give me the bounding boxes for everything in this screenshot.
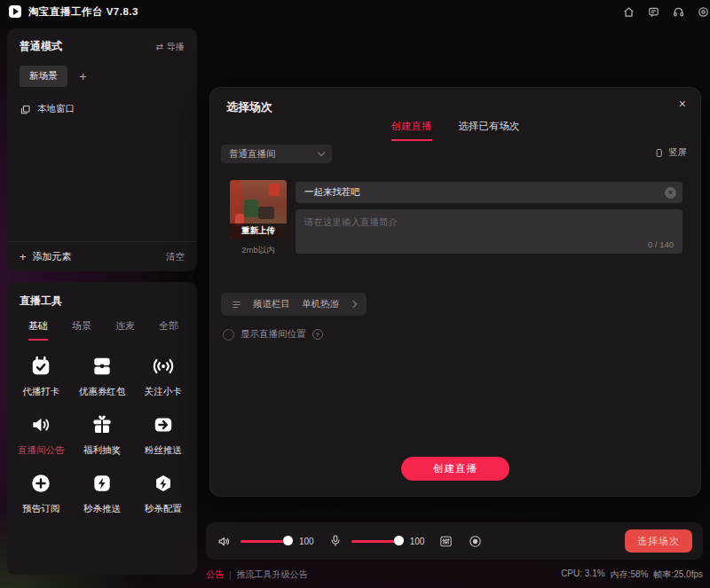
announcement-tag: 公告	[206, 568, 224, 581]
app-logo-icon	[9, 5, 21, 18]
location-checkbox[interactable]	[223, 329, 234, 341]
message-icon[interactable]	[647, 5, 660, 19]
memory-stat: 内存:58%	[611, 568, 649, 581]
live-tools-panel: 直播工具 基础 场景 连麦 全部 代播打卡 优惠券红包 关注小卡	[7, 282, 197, 575]
upload-size-hint: 2mb以内	[230, 245, 287, 256]
category-list-icon	[232, 300, 241, 310]
cpu-stat: CPU: 3.1%	[561, 568, 604, 581]
headset-icon[interactable]	[672, 5, 685, 19]
tool-item-checkin[interactable]: 代播打卡	[11, 355, 72, 398]
volume-slider-knob[interactable]	[283, 536, 293, 545]
clear-button[interactable]: 清空	[166, 251, 185, 263]
reupload-button[interactable]: 重新上传	[230, 223, 287, 239]
mic-slider[interactable]	[351, 540, 401, 543]
add-element-button[interactable]: + 添加元素	[20, 250, 72, 263]
tool-item-follow-card[interactable]: 关注小卡	[132, 355, 193, 398]
category-value: 单机热游	[302, 298, 339, 310]
mixer-icon[interactable]	[438, 534, 454, 549]
add-scene-button[interactable]: +	[80, 70, 87, 82]
tab-connect[interactable]: 连麦	[115, 319, 135, 341]
status-bar: 公告 | 推流工具升级公告 CPU: 3.1% 内存:58% 帧率:25.0fp…	[206, 566, 703, 584]
portrait-screen-icon	[654, 148, 664, 158]
broadcast-icon	[152, 355, 175, 378]
tool-item-lottery[interactable]: 福利抽奖	[72, 413, 133, 457]
live-title-input[interactable]	[296, 182, 682, 203]
tab-all[interactable]: 全部	[159, 319, 178, 341]
close-icon[interactable]: ×	[679, 98, 686, 110]
director-mode-button[interactable]: ⇄ 导播	[156, 41, 185, 53]
select-session-modal: 选择场次 × 创建直播 选择已有场次 普通直播间 竖屏 重新上传 2mb以内 ×…	[209, 87, 701, 497]
window-icon	[20, 104, 31, 115]
cover-upload[interactable]: 重新上传 2mb以内	[230, 180, 287, 256]
record-settings-icon[interactable]	[468, 534, 483, 549]
speaker-icon[interactable]	[217, 534, 232, 549]
tool-item-flash-config[interactable]: 秒杀配置	[132, 472, 193, 515]
tools-tabs: 基础 场景 连麦 全部	[7, 318, 197, 341]
volume-value: 100	[299, 537, 314, 546]
fps-stat: 帧率:25.0fps	[653, 568, 703, 581]
cover-image[interactable]: 重新上传	[230, 180, 287, 239]
live-description-textarea[interactable]	[296, 209, 682, 254]
tool-item-fan-push[interactable]: 粉丝推送	[132, 413, 193, 457]
tool-item-announcement[interactable]: 直播间公告	[11, 413, 72, 457]
announcement-speaker-icon	[29, 413, 52, 436]
arrow-right-square-icon	[152, 413, 175, 436]
plus-circle-icon	[29, 472, 52, 495]
location-option: 显示直播间位置 ?	[223, 328, 323, 341]
gift-icon	[91, 413, 114, 436]
tab-scene[interactable]: 场景	[72, 319, 91, 341]
lightning-square-icon	[91, 472, 114, 495]
tab-basic[interactable]: 基础	[28, 319, 48, 341]
tool-item-flash-push[interactable]: 秒杀推送	[72, 472, 133, 515]
settings-icon[interactable]	[697, 5, 710, 19]
tool-item-preview-subscribe[interactable]: 预告订阅	[11, 472, 72, 515]
create-live-button[interactable]: 创建直播	[401, 457, 509, 481]
mic-value: 100	[410, 537, 425, 546]
tool-item-coupon[interactable]: 优惠券红包	[72, 355, 133, 398]
scene-tab-new[interactable]: 新场景	[20, 66, 67, 87]
layer-item-local-window[interactable]: 本地窗口	[7, 87, 197, 115]
category-channel-label: 频道栏目	[253, 298, 290, 310]
mic-slider-knob[interactable]	[394, 536, 404, 545]
announcement-link[interactable]: 推流工具升级公告	[237, 568, 308, 581]
calendar-check-icon	[29, 355, 52, 378]
help-icon[interactable]: ?	[312, 329, 323, 340]
char-counter: 0 / 140	[648, 239, 674, 249]
tools-grid: 代播打卡 优惠券红包 关注小卡 直播间公告 福利抽奖	[7, 341, 197, 515]
chevron-down-icon	[318, 149, 325, 156]
red-envelope-icon	[91, 355, 114, 378]
microphone-icon[interactable]	[328, 534, 343, 548]
room-type-select[interactable]: 普通直播间	[221, 145, 332, 163]
tab-existing-session[interactable]: 选择已有场次	[459, 120, 520, 141]
select-session-button[interactable]: 选择场次	[625, 529, 692, 553]
control-bar: 100 100 选择场次	[206, 522, 703, 560]
tab-create-live[interactable]: 创建直播	[391, 120, 432, 141]
home-icon[interactable]	[622, 5, 635, 19]
swap-icon: ⇄	[156, 42, 163, 51]
lightning-hexagon-icon	[152, 472, 175, 495]
location-label: 显示直播间位置	[241, 328, 306, 341]
modal-tabs: 创建直播 选择已有场次	[210, 120, 700, 141]
titlebar: 淘宝直播工作台 V7.8.3	[0, 0, 710, 23]
chevron-right-icon	[350, 301, 357, 308]
divider: |	[229, 570, 232, 580]
modal-title: 选择场次	[210, 88, 700, 115]
scene-panel: 普通模式 ⇄ 导播 新场景 + 本地窗口 + 添加元素 清空	[7, 28, 197, 271]
scene-panel-title: 普通模式	[20, 39, 62, 54]
plus-icon: +	[20, 250, 27, 263]
orientation-toggle[interactable]: 竖屏	[654, 146, 687, 159]
app-title: 淘宝直播工作台 V7.8.3	[28, 5, 138, 19]
category-selector[interactable]: 频道栏目 单机热游	[221, 293, 367, 316]
clear-input-icon[interactable]: ×	[665, 187, 676, 199]
tools-panel-title: 直播工具	[7, 282, 197, 318]
volume-slider[interactable]	[241, 540, 290, 543]
